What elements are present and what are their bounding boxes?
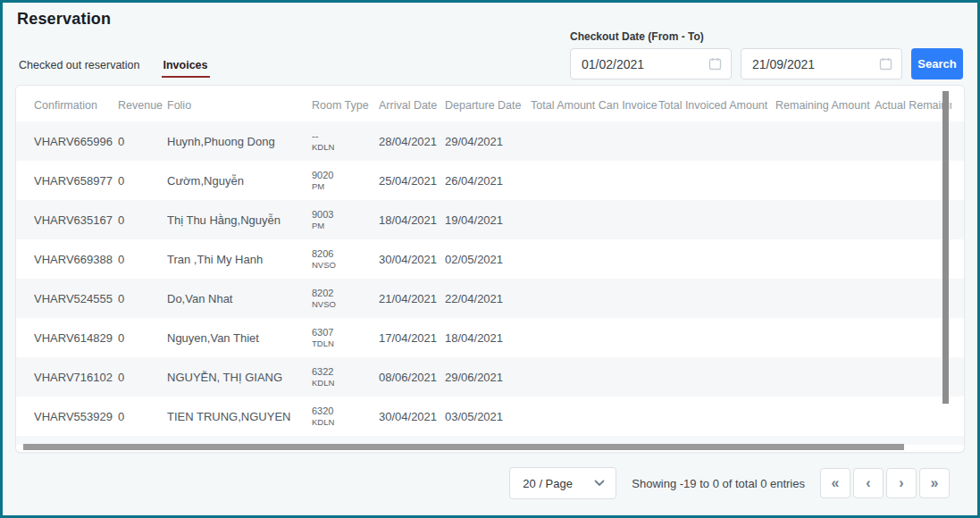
cell-departure-date: 03/05/2021 (445, 410, 531, 423)
cell-folio: Thị Thu Hằng,Nguyễn (167, 213, 312, 227)
horizontal-scrollbar[interactable] (23, 444, 904, 450)
page-size-select[interactable]: 20 / Page (509, 467, 616, 499)
cell-departure-date: 29/06/2021 (445, 371, 531, 384)
cell-folio: Huynh,Phuong Dong (167, 135, 312, 148)
cell-room-type: 9003PM (312, 209, 379, 231)
date-to-value: 21/09/2021 (752, 57, 815, 71)
cell-revenue: 0 (118, 135, 167, 148)
cell-room-type: --KDLN (312, 130, 379, 153)
vertical-scrollbar[interactable] (942, 91, 949, 404)
col-revenue: Revenue (118, 99, 167, 112)
table-header-row: Confirmation Revenue Folio Room Type Arr… (16, 89, 964, 121)
cell-revenue: 0 (118, 371, 167, 384)
page-size-value: 20 / Page (523, 477, 573, 490)
cell-room-type: 6320KDLN (312, 405, 379, 428)
cell-revenue: 0 (118, 213, 167, 227)
prev-page-button[interactable]: ‹ (853, 468, 884, 498)
col-actual-remaining-amount: Actual Remaining Amount (875, 99, 951, 112)
tab-bar: Checked out reservation Invoices (17, 59, 210, 85)
cell-confirmation: VHARV716102 (34, 371, 118, 384)
cell-departure-date: 26/04/2021 (445, 174, 531, 188)
col-total-invoiced-amount: Total Invoiced Amount (658, 99, 775, 112)
cell-room-type: 6307TDLN (312, 327, 379, 349)
cell-revenue: 0 (118, 292, 167, 305)
room-code: TDLN (312, 338, 372, 349)
pagination-nav: « ‹ › » (820, 468, 950, 498)
cell-room-type: 8206NVSO (312, 248, 379, 271)
room-number: 8202 (312, 288, 372, 299)
col-departure-date: Departure Date (445, 99, 531, 112)
col-total-amount-can-invoice: Total Amount Can Invoice (531, 99, 658, 112)
chevron-down-icon (594, 480, 605, 487)
last-page-button[interactable]: » (919, 468, 950, 498)
cell-arrival-date: 28/04/2021 (379, 135, 445, 148)
cell-confirmation: VHARV553929 (34, 410, 118, 423)
room-code: KDLN (312, 417, 372, 428)
cell-revenue: 0 (118, 253, 167, 266)
cell-arrival-date: 30/04/2021 (379, 410, 445, 423)
cell-room-type: 8202NVSO (312, 288, 379, 310)
next-page-button[interactable]: › (886, 468, 917, 498)
cell-confirmation: VHARV635167 (34, 213, 118, 227)
checkout-date-label: Checkout Date (From - To) (570, 30, 704, 43)
cell-arrival-date: 08/06/2021 (379, 371, 445, 384)
cell-departure-date: 02/05/2021 (445, 253, 531, 266)
search-button[interactable]: Search (911, 48, 963, 79)
cell-arrival-date: 25/04/2021 (379, 174, 445, 188)
room-code: PM (312, 221, 372, 231)
calendar-icon[interactable] (879, 57, 892, 71)
cell-confirmation: VHARV614829 (34, 331, 118, 345)
table-row[interactable]: VHARV524555 0 Do,Van Nhat 8202NVSO 21/04… (16, 279, 964, 318)
col-folio: Folio (167, 99, 312, 112)
room-number: 9020 (312, 170, 372, 181)
room-number: 9003 (312, 209, 372, 221)
table-row[interactable]: VHARV635167 0 Thị Thu Hằng,Nguyễn 9003PM… (16, 200, 964, 239)
table-row[interactable]: VHARV665996 0 Huynh,Phuong Dong --KDLN 2… (16, 121, 964, 161)
cell-folio: Nguyen,Van Thiet (167, 331, 312, 345)
cell-folio: Do,Van Nhat (167, 292, 312, 305)
cell-confirmation: VHARV658977 (34, 174, 118, 188)
room-number: 6322 (312, 366, 372, 378)
room-code: KDLN (312, 378, 372, 388)
room-code: NVSO (312, 260, 372, 271)
table-row[interactable]: VHARV658977 0 Cườm,Nguyễn 9020PM 25/04/2… (16, 161, 964, 200)
table-row[interactable]: VHARV669388 0 Tran ,Thi My Hanh 8206NVSO… (16, 239, 964, 279)
cell-arrival-date: 18/04/2021 (379, 213, 445, 227)
cell-departure-date: 18/04/2021 (445, 331, 531, 345)
filter-inputs: 01/02/2021 21/09/2021 Search (570, 48, 963, 79)
room-number: 6320 (312, 405, 372, 417)
tab-checked-out-reservation[interactable]: Checked out reservation (17, 59, 142, 78)
cell-room-type: 6322KDLN (312, 366, 379, 388)
table-row[interactable]: VHARV716102 0 NGUYỄN, THỊ GIANG 6322KDLN… (16, 357, 964, 397)
cell-departure-date: 19/04/2021 (445, 213, 531, 227)
checkout-date-filter: Checkout Date (From - To) 01/02/2021 21/… (570, 30, 963, 85)
cell-confirmation: VHARV524555 (34, 292, 118, 305)
col-remaining-amount: Remaining Amount (775, 99, 875, 112)
room-number: 8206 (312, 248, 372, 260)
cell-room-type: 9020PM (312, 170, 379, 192)
calendar-icon[interactable] (708, 57, 722, 71)
tab-invoices[interactable]: Invoices (162, 59, 210, 78)
table-row[interactable]: VHARV614829 0 Nguyen,Van Thiet 6307TDLN … (16, 318, 964, 357)
page-title: Reservation (17, 10, 963, 29)
controls-row: Checked out reservation Invoices Checkou… (17, 30, 963, 85)
cell-revenue: 0 (118, 174, 167, 188)
table-row[interactable]: VHARV553929 0 TIEN TRUNG,NGUYEN 6320KDLN… (16, 397, 964, 436)
date-to-input[interactable]: 21/09/2021 (741, 48, 902, 79)
cell-folio: NGUYỄN, THỊ GIANG (167, 371, 312, 384)
entries-summary: Showing -19 to 0 of total 0 entries (632, 477, 805, 490)
room-code: PM (312, 181, 372, 192)
room-number: 6307 (312, 327, 372, 338)
col-arrival-date: Arrival Date (379, 99, 445, 112)
first-page-button[interactable]: « (820, 468, 850, 498)
cell-folio: Cườm,Nguyễn (167, 174, 312, 188)
invoices-table-card: Confirmation Revenue Folio Room Type Arr… (15, 85, 965, 453)
col-room-type: Room Type (312, 99, 379, 112)
cell-folio: Tran ,Thi My Hanh (167, 253, 312, 266)
cell-arrival-date: 21/04/2021 (379, 292, 445, 305)
room-code: NVSO (312, 299, 372, 310)
cell-confirmation: VHARV665996 (34, 135, 118, 148)
col-confirmation: Confirmation (34, 99, 118, 112)
date-from-input[interactable]: 01/02/2021 (570, 48, 732, 79)
cell-revenue: 0 (118, 410, 167, 423)
